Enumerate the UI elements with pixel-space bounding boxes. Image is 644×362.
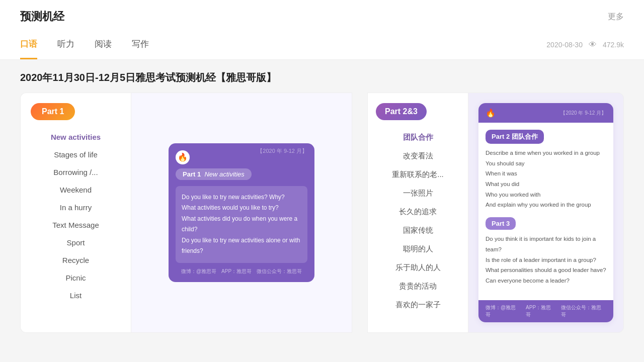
- main-content: Part 1 New activities Stages of life Bor…: [0, 93, 644, 343]
- question-2: What activities would you like to try?: [182, 203, 301, 214]
- meta-info: 2020-08-30 👁 472.9k: [546, 40, 624, 49]
- right-nav-teamwork[interactable]: 团队合作: [368, 128, 468, 147]
- part2-text: Describe a time when you worked in a gro…: [486, 148, 606, 210]
- nav-item-recycle[interactable]: Recycle: [21, 251, 131, 269]
- right-nav-activity[interactable]: 贵贵的活动: [368, 277, 468, 296]
- fire-icon: 🔥: [176, 150, 190, 164]
- nav-item-weekend[interactable]: Weekend: [21, 181, 131, 199]
- card-footer: 微博：@雅思哥 APP：雅思哥 微信公众号：雅思哥: [176, 268, 307, 275]
- footer-weibo: 微博：@雅思哥: [181, 268, 216, 275]
- footer-wechat: 微信公众号：雅思哥: [257, 268, 302, 275]
- nav-item-list[interactable]: List: [21, 287, 131, 304]
- page-title: 2020年11月30日-12月5日雅思考试预测机经【雅思哥版】: [0, 60, 644, 93]
- question-1: Do you like to try new activities? Why?: [182, 192, 301, 203]
- part23-nav-list: 团队合作 改变看法 重新联系的老... 一张照片 长久的追求 国家传统 聪明的人…: [368, 128, 468, 314]
- header: 预测机经 更多: [0, 0, 644, 30]
- card-topic: New activities: [204, 170, 244, 178]
- views-count: 472.9k: [603, 41, 624, 49]
- card-watermark: 【2020 年 9-12 月】: [257, 147, 307, 155]
- eye-icon: 👁: [589, 40, 597, 49]
- nav-item-borrowing[interactable]: Borrowing /...: [21, 163, 131, 181]
- big-footer-app: APP：雅思哥: [526, 304, 556, 318]
- right-nav-reconnect[interactable]: 重新联系的老...: [368, 165, 468, 184]
- nav-item-new-activities[interactable]: New activities: [21, 128, 131, 146]
- right-nav-smart[interactable]: 聪明的人: [368, 240, 468, 258]
- part1-card: 【2020 年 9-12 月】 🔥 Part 1 New activities …: [169, 143, 314, 283]
- part1-nav-list: New activities Stages of life Borrowing …: [21, 128, 131, 304]
- date-label: 2020-08-30: [546, 41, 583, 49]
- footer-app: APP：雅思哥: [221, 268, 252, 275]
- part1-badge: Part 1: [31, 103, 75, 120]
- big-footer-weibo: 微博：@雅思哥: [486, 304, 521, 318]
- big-card-fire-icon: 🔥: [486, 108, 496, 118]
- center-card-panel: 【2020 年 9-12 月】 🔥 Part 1 New activities …: [131, 93, 352, 333]
- nav-item-stages-of-life[interactable]: Stages of life: [21, 146, 131, 163]
- part1-left-panel: Part 1 New activities Stages of life Bor…: [20, 93, 131, 333]
- part23-card: 🔥 【2020 年 9-12 月】 Part 2 团队合作 Describe a…: [478, 103, 613, 322]
- right-nav-change-view[interactable]: 改变看法: [368, 147, 468, 165]
- right-section: Part 2&3 团队合作 改变看法 重新联系的老... 一张照片 长久的追求 …: [367, 93, 624, 333]
- app-title: 预测机经: [20, 9, 64, 24]
- nav-item-sport[interactable]: Sport: [21, 234, 131, 251]
- big-card-footer: 微博：@雅思哥 APP：雅思哥 微信公众号：雅思哥: [478, 300, 613, 322]
- nav-item-text-message[interactable]: Text Message: [21, 216, 131, 234]
- part3-text: Do you think it is important for kids to…: [486, 234, 606, 286]
- nav-item-in-a-hurry[interactable]: In a hurry: [21, 199, 131, 216]
- card-part-num: Part 1: [183, 170, 201, 178]
- tab-listening[interactable]: 听力: [57, 30, 74, 59]
- tab-speaking[interactable]: 口语: [20, 30, 37, 59]
- more-button[interactable]: 更多: [608, 12, 624, 22]
- tabs-bar: 口语 听力 阅读 写作 2020-08-30 👁 472.9k: [0, 30, 644, 60]
- card-questions: Do you like to try new activities? Why? …: [176, 186, 307, 263]
- part23-left-panel: Part 2&3 团队合作 改变看法 重新联系的老... 一张照片 长久的追求 …: [367, 93, 468, 333]
- tab-reading[interactable]: 阅读: [95, 30, 112, 59]
- big-card-watermark: 【2020 年 9-12 月】: [560, 110, 606, 117]
- right-nav-photo[interactable]: 一张照片: [368, 184, 468, 203]
- right-nav-pursuit[interactable]: 长久的追求: [368, 203, 468, 221]
- part23-badge: Part 2&3: [376, 103, 427, 120]
- question-4: Do you like to try new activities alone …: [182, 235, 301, 257]
- nav-item-picnic[interactable]: Picnic: [21, 269, 131, 287]
- card-part-label: Part 1 New activities: [176, 168, 252, 180]
- question-3: What activities did you do when you were…: [182, 214, 301, 235]
- tab-group: 口语 听力 阅读 写作: [20, 30, 149, 59]
- gap: [352, 93, 367, 333]
- tab-writing[interactable]: 写作: [132, 30, 149, 59]
- part23-card-panel: 🔥 【2020 年 9-12 月】 Part 2 团队合作 Describe a…: [468, 93, 624, 333]
- big-card-body: Part 2 团队合作 Describe a time when you wor…: [478, 123, 613, 300]
- part3-label: Part 3: [486, 217, 516, 230]
- big-footer-wechat: 微信公众号：雅思哥: [561, 304, 606, 318]
- part2-label: Part 2 团队合作: [486, 130, 544, 144]
- big-card-header: 🔥 【2020 年 9-12 月】: [478, 103, 613, 123]
- right-nav-helpful[interactable]: 乐于助人的人: [368, 258, 468, 277]
- right-nav-tradition[interactable]: 国家传统: [368, 221, 468, 240]
- right-nav-family[interactable]: 喜欢的一家子: [368, 296, 468, 314]
